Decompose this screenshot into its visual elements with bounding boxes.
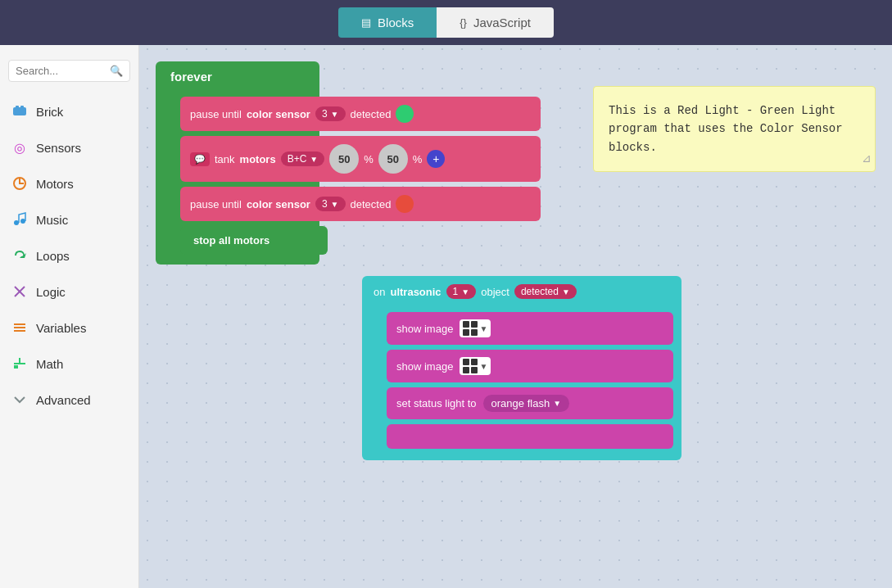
sidebar-item-math[interactable]: Math — [0, 346, 138, 382]
object-label: object — [481, 286, 509, 298]
note-resize-handle[interactable]: ⊿ — [862, 150, 872, 168]
percent-bubble-2[interactable]: 50 — [378, 144, 408, 174]
motors-label: Motors — [36, 177, 74, 191]
image-selector-1[interactable]: ▼ — [460, 319, 491, 337]
math-icon — [11, 355, 28, 372]
sensor-num-dropdown-2[interactable]: 3 ▼ — [315, 197, 346, 211]
color-sensor-label-1: color sensor — [247, 108, 310, 120]
motors-keyword: motors — [240, 153, 276, 165]
sidebar-item-variables[interactable]: Variables — [0, 310, 138, 346]
sidebar-item-advanced[interactable]: Advanced — [0, 382, 138, 418]
set-status-label: set status light to — [396, 397, 477, 409]
sensor-num-dropdown-1[interactable]: 3 ▼ — [315, 106, 346, 121]
image-selector-2[interactable]: ▼ — [460, 357, 491, 375]
motors-config-dropdown[interactable]: B+C ▼ — [281, 152, 325, 166]
green-color-circle[interactable] — [396, 105, 414, 123]
sidebar-item-brick[interactable]: Brick — [0, 93, 138, 129]
img-chevron-1: ▼ — [479, 324, 487, 333]
forever-label: forever — [170, 70, 212, 84]
show-image-block-1[interactable]: show image ▼ — [387, 312, 673, 345]
tab-blocks[interactable]: ▤ Blocks — [338, 7, 437, 38]
stop-block[interactable]: stop all motors — [180, 226, 328, 255]
ultrasonic-group: on ultrasonic 1 ▼ object detected ▼ show… — [362, 276, 681, 460]
js-icon: {} — [460, 16, 467, 29]
sensors-icon: ◎ — [11, 139, 28, 156]
pause-green-block[interactable]: pause until color sensor 3 ▼ detected — [180, 97, 541, 131]
ultra-chevron-icon: ▼ — [461, 287, 469, 296]
loops-label: Loops — [36, 249, 70, 263]
note-text: This is a Red Light - Green Light progra… — [609, 104, 843, 154]
ultra-detected-dropdown[interactable]: detected ▼ — [514, 284, 577, 299]
advanced-icon — [11, 391, 28, 408]
js-tab-label: JavaScript — [473, 16, 531, 29]
show-image-label-2: show image — [396, 360, 453, 373]
sensor-num-1: 3 — [322, 108, 328, 120]
detected-label-1: detected — [351, 108, 392, 120]
status-dropdown[interactable]: orange flash ▼ — [483, 395, 569, 412]
percent-val-1: 50 — [338, 153, 350, 165]
header: ▤ Blocks {} JavaScript — [0, 0, 892, 45]
ultra-num-dropdown[interactable]: 1 ▼ — [446, 284, 477, 299]
red-color-circle[interactable] — [396, 195, 414, 213]
sidebar: 🔍 Brick ◎ Sensors Motors Music Loops Log… — [0, 45, 139, 588]
color-sensor-label-2: color sensor — [247, 198, 310, 210]
pause-label-2: pause until — [190, 198, 242, 210]
pause-label-1: pause until — [190, 108, 242, 120]
sidebar-item-sensors[interactable]: ◎ Sensors — [0, 129, 138, 165]
extra-block — [387, 424, 673, 449]
chevron-down-icon-2: ▼ — [331, 200, 339, 209]
percent-sym-1: % — [364, 153, 374, 165]
ultra-detected-chevron: ▼ — [562, 287, 570, 296]
chat-icon: 💬 — [190, 152, 210, 166]
chevron-down-icon-1: ▼ — [331, 110, 339, 119]
on-label: on — [374, 286, 385, 298]
svg-rect-0 — [13, 107, 26, 115]
variables-icon — [11, 319, 28, 336]
status-light-block[interactable]: set status light to orange flash ▼ — [387, 387, 673, 419]
blocks-tab-label: Blocks — [378, 16, 414, 29]
tab-javascript[interactable]: {} JavaScript — [437, 7, 554, 38]
percent-val-2: 50 — [387, 153, 399, 165]
tank-motors-block[interactable]: 💬 tank motors B+C ▼ 50 % 50 % + — [180, 136, 541, 182]
stop-all-label: stop all motors — [193, 234, 269, 247]
search-icon: 🔍 — [110, 65, 123, 77]
svg-rect-1 — [16, 106, 19, 108]
loops-icon — [11, 247, 28, 264]
search-input[interactable] — [16, 65, 110, 77]
sensor-num-2: 3 — [322, 198, 328, 210]
blocks-icon: ▤ — [361, 16, 371, 29]
music-icon — [11, 211, 28, 228]
sidebar-item-motors[interactable]: Motors — [0, 165, 138, 201]
brick-icon — [11, 103, 28, 120]
sidebar-item-music[interactable]: Music — [0, 201, 138, 237]
svg-rect-2 — [20, 106, 24, 108]
motors-config-label: B+C — [288, 153, 307, 165]
ultra-num: 1 — [453, 286, 459, 297]
advanced-label: Advanced — [36, 393, 91, 407]
forever-block: forever pause until color sensor 3 ▼ det… — [156, 61, 319, 265]
ultra-detected-label: detected — [521, 286, 559, 297]
ultrasonic-header[interactable]: on ultrasonic 1 ▼ object detected ▼ — [362, 276, 681, 307]
ultrasonic-body: show image ▼ show image ▼ — [362, 307, 681, 460]
pause-red-block[interactable]: pause until color sensor 3 ▼ detected — [180, 187, 541, 221]
status-chevron-icon: ▼ — [553, 399, 561, 408]
note-box: This is a Red Light - Green Light progra… — [593, 86, 876, 172]
logic-label: Logic — [36, 285, 66, 299]
search-box[interactable]: 🔍 — [8, 60, 130, 82]
canvas: forever pause until color sensor 3 ▼ det… — [139, 45, 892, 588]
ultrasonic-label: ultrasonic — [390, 286, 441, 298]
percent-bubble-1[interactable]: 50 — [329, 144, 359, 174]
tank-label: tank — [215, 153, 235, 165]
add-icon[interactable]: + — [427, 150, 445, 168]
svg-point-4 — [14, 220, 19, 225]
show-image-label-1: show image — [396, 323, 453, 335]
variables-label: Variables — [36, 321, 86, 335]
music-label: Music — [36, 213, 68, 227]
forever-header[interactable]: forever — [156, 61, 319, 92]
show-image-block-2[interactable]: show image ▼ — [387, 350, 673, 382]
chevron-motors-icon: ▼ — [310, 155, 318, 164]
sidebar-item-loops[interactable]: Loops — [0, 237, 138, 274]
logic-icon — [11, 283, 28, 300]
sidebar-item-logic[interactable]: Logic — [0, 274, 138, 310]
sensors-label: Sensors — [36, 141, 81, 155]
